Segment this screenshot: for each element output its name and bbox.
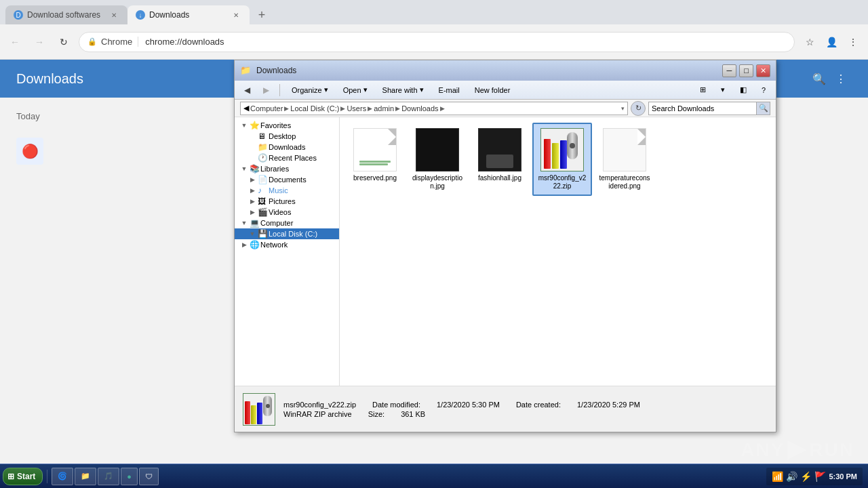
expand-network[interactable]: ▶ <box>240 241 248 249</box>
tree-item-fav-downloads[interactable]: 📁 Downloads <box>235 142 339 152</box>
tree-item-recent[interactable]: 🕐 Recent Places <box>235 152 339 163</box>
search-input[interactable] <box>649 104 756 113</box>
file-breserved[interactable]: breserved.png <box>345 123 405 196</box>
pictures-icon: 🖼 <box>258 197 267 206</box>
s-book-yellow <box>251 405 256 424</box>
breadcrumb-users: Users <box>347 104 366 113</box>
start-button[interactable]: ⊞ Start <box>3 468 43 485</box>
email-button[interactable]: E-mail <box>434 84 465 96</box>
tab-downloads[interactable]: ↓ Downloads ✕ <box>127 5 250 24</box>
share-with-button[interactable]: Share with ▾ <box>378 83 429 96</box>
forward-button[interactable]: → <box>30 33 49 52</box>
taskbar-wmp[interactable]: 🎵 <box>98 468 119 485</box>
expand-pictures[interactable]: ▶ <box>248 197 256 205</box>
file-temperature[interactable]: temperatureconsidered.png <box>595 123 654 196</box>
downloads-more-button[interactable]: ⋮ <box>830 68 852 89</box>
explorer-refresh-button[interactable]: ↻ <box>631 101 646 116</box>
views-button[interactable]: ⊞ <box>695 83 711 96</box>
expand-libraries[interactable]: ▼ <box>240 165 248 173</box>
file-fashionhall[interactable]: fashionhall.jpg <box>470 123 530 196</box>
search-button[interactable]: 🔍 <box>756 102 770 115</box>
refresh-button[interactable]: ↻ <box>54 33 73 52</box>
wmp-icon: 🎵 <box>104 472 113 481</box>
network-icon: 🌐 <box>250 240 259 249</box>
star-icon[interactable]: ☆ <box>800 33 819 52</box>
taskbar-chrome[interactable]: ● <box>121 468 138 485</box>
preview-pane-button[interactable]: ◧ <box>735 83 751 96</box>
breadcrumb-downloads: Downloads <box>401 104 438 113</box>
status-date-modified: 1/23/2020 5:30 PM <box>437 401 500 409</box>
anyrun-watermark: ANY RUN <box>741 439 854 461</box>
taskbar-sep-1 <box>47 470 47 483</box>
flag-tray-icon: 🚩 <box>814 471 826 482</box>
file-displaydescription[interactable]: displaydescription.jpg <box>408 123 467 196</box>
tree-item-documents[interactable]: ▶ 📄 Documents <box>235 174 339 185</box>
tab-download-softwares[interactable]: D Download softwares ✕ <box>5 5 127 24</box>
tree-item-local-disk[interactable]: ▼ 💾 Local Disk (C:) <box>235 228 339 239</box>
libraries-icon: 📚 <box>250 164 259 174</box>
back-button[interactable]: ← <box>5 33 24 52</box>
tree-item-videos[interactable]: ▶ 🎬 Videos <box>235 207 339 218</box>
music-label: Music <box>269 186 288 195</box>
breadcrumb-computer: Computer <box>250 104 283 113</box>
minimize-button[interactable]: ─ <box>722 64 736 77</box>
tree-item-desktop[interactable]: 🖥 Desktop <box>235 131 339 142</box>
tree-item-favorites[interactable]: ▼ ⭐ Favorites <box>235 120 339 131</box>
account-icon[interactable]: 👤 <box>822 33 841 52</box>
expand-computer[interactable]: ▼ <box>240 219 248 227</box>
tab-title-1: Download softwares <box>27 10 104 20</box>
taskbar-shield[interactable]: 🛡 <box>139 468 159 485</box>
expand-videos[interactable]: ▶ <box>248 208 256 216</box>
desktop-label: Desktop <box>269 132 296 140</box>
close-button[interactable]: ✕ <box>756 64 770 77</box>
expand-local-disk[interactable]: ▼ <box>248 230 256 238</box>
explorer-content: ▼ ⭐ Favorites 🖥 Desktop 📁 Downloads <box>235 117 776 386</box>
downloads-search-button[interactable]: 🔍 <box>808 68 830 89</box>
tree-item-network[interactable]: ▶ 🌐 Network <box>235 239 339 250</box>
menu-icon[interactable]: ⋮ <box>844 33 863 52</box>
taskbar-ie[interactable]: 🌀 <box>52 468 73 485</box>
status-filename: msr90config_v222.zip <box>283 401 356 409</box>
documents-icon: 📄 <box>258 175 267 184</box>
breadcrumb-dropdown[interactable]: ▾ <box>621 105 625 112</box>
expand-favorites[interactable]: ▼ <box>240 121 248 129</box>
network-label: Network <box>260 241 288 249</box>
tab-close-2[interactable]: ✕ <box>231 9 241 20</box>
new-tab-button[interactable]: + <box>252 5 271 24</box>
toolbar-icons: ☆ 👤 ⋮ <box>800 33 863 52</box>
address-breadcrumb[interactable]: ◀ Computer ▶ Local Disk (C:) ▶ Users ▶ a… <box>240 102 628 115</box>
open-button[interactable]: Open ▾ <box>338 83 372 96</box>
taskbar-explorer[interactable]: 📁 <box>75 468 96 485</box>
tree-item-music[interactable]: ▶ ♪ Music <box>235 185 339 196</box>
favorites-icon: ⭐ <box>250 121 259 130</box>
computer-label: Computer <box>260 219 293 227</box>
windows-orb: ⊞ <box>7 472 14 481</box>
status-date-created-label: Date created: <box>516 401 561 409</box>
file-msr90config[interactable]: msr90config_v222.zip <box>532 123 592 196</box>
expand-music[interactable]: ▶ <box>248 186 256 195</box>
views-arrow[interactable]: ▾ <box>716 83 730 96</box>
chrome-icon: ● <box>127 472 132 481</box>
tree-item-computer[interactable]: ▼ 💻 Computer <box>235 218 339 228</box>
expand-documents[interactable]: ▶ <box>248 176 256 184</box>
explorer-back[interactable]: ◀ <box>240 83 254 97</box>
tab-close-1[interactable]: ✕ <box>108 9 119 20</box>
tree-item-pictures[interactable]: ▶ 🖼 Pictures <box>235 196 339 207</box>
status-size-label: Size: <box>368 410 384 418</box>
new-folder-button[interactable]: New folder <box>470 84 515 96</box>
rar-icon-container <box>540 128 584 171</box>
watermark-text: ANY <box>741 439 785 461</box>
file-name-temp: temperatureconsidered.png <box>599 174 650 190</box>
help-button[interactable]: ? <box>757 84 770 96</box>
network-tray-icon: 📶 <box>772 471 783 482</box>
tab-favicon-2: ↓ <box>136 10 145 20</box>
desktop-icon: 🖥 <box>258 131 267 141</box>
file-thumb-temp <box>603 128 646 171</box>
address-box[interactable]: 🔒 Chrome chrome://downloads <box>79 32 795 52</box>
file-thumb-display <box>416 128 459 171</box>
tree-item-libraries[interactable]: ▼ 📚 Libraries <box>235 163 339 174</box>
explorer-forward[interactable]: ▶ <box>259 83 273 97</box>
power-tray-icon: ⚡ <box>800 471 812 482</box>
organize-button[interactable]: Organize ▾ <box>287 83 333 96</box>
maximize-button[interactable]: □ <box>739 64 753 77</box>
